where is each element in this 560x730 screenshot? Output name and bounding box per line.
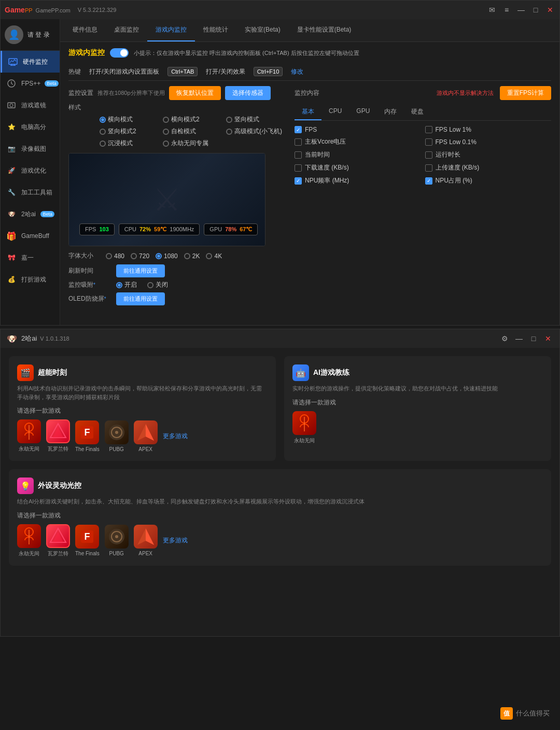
tab-hardware-info[interactable]: 硬件信息 (64, 19, 106, 41)
attach-off[interactable]: 关闭 (147, 280, 168, 289)
fps-low01-checkbox[interactable] (425, 138, 432, 146)
style-horizontal2[interactable]: 横向模式2 (163, 115, 223, 124)
fps-checkbox[interactable]: ✓ (295, 126, 302, 133)
style-vertical2[interactable]: 竖向模式2 (100, 127, 160, 136)
tab-ingame-monitor[interactable]: 游戏内监控 (147, 19, 195, 41)
check-runtime[interactable]: 运行时长 (425, 150, 552, 159)
oled-goto-btn[interactable]: 前往通用设置 (116, 292, 165, 305)
moments-game-pubg[interactable]: PUBG (105, 420, 129, 452)
check-fps-low01[interactable]: FPS Low 0.1% (425, 137, 552, 146)
style-yongjie[interactable]: 永劫无间专属 (163, 139, 223, 148)
check-upload[interactable]: 上传速度 (KB/s) (425, 163, 552, 172)
select-sensor-btn[interactable]: 选择传感器 (225, 86, 271, 100)
refresh-goto-btn[interactable]: 前往通用设置 (116, 264, 165, 277)
time-checkbox[interactable] (295, 151, 302, 159)
sidebar-item-hardware-monitor[interactable]: 硬件监控 (1, 51, 60, 73)
sidebar-item-game-mirror[interactable]: 游戏遮镜 (1, 94, 60, 116)
npu-freq-checkbox[interactable]: ✓ (295, 177, 302, 185)
sidebar-item-pc-score[interactable]: ⭐ 电脑高分 (1, 116, 60, 138)
moments-more-games[interactable]: 更多游戏 (163, 432, 188, 441)
content-tab-disk[interactable]: 硬盘 (404, 104, 431, 120)
style-horizontal2-label: 横向模式2 (171, 115, 200, 124)
font-480[interactable]: 480 (106, 252, 124, 260)
font-720[interactable]: 720 (131, 252, 149, 260)
light-game-pubg[interactable]: PUBG (105, 525, 129, 556)
sidebar-item-jiayi[interactable]: 🎀 嘉一 (1, 247, 60, 269)
vcore-checkbox[interactable] (295, 138, 302, 146)
check-time[interactable]: 当前时间 (295, 150, 421, 159)
tab-lab[interactable]: 实验室(Beta) (236, 19, 289, 41)
tab-gpu-settings[interactable]: 显卡性能设置(Beta) (289, 19, 360, 41)
monitor-toggle[interactable] (110, 48, 129, 58)
font-2k[interactable]: 2K (184, 252, 200, 260)
content-tab-basic[interactable]: 基本 (295, 104, 321, 120)
style-horizontal-radio (100, 117, 106, 123)
mail-icon[interactable]: ✉ (487, 5, 497, 15)
fps-low1-checkbox[interactable] (425, 126, 432, 133)
attach-on[interactable]: 开启 (116, 280, 137, 289)
moments-game-naraka[interactable]: 永劫无间 (17, 419, 41, 453)
light-game-finals[interactable]: F The Finals (75, 525, 100, 556)
light-game-apex[interactable]: APEX (134, 525, 158, 556)
font-1080[interactable]: 1080 (156, 252, 178, 260)
check-fps[interactable]: ✓ FPS (295, 126, 421, 133)
no-display-link[interactable]: 游戏内不显示解决方法 (437, 89, 494, 97)
light-game-valorant[interactable]: 瓦罗兰特 (46, 524, 70, 557)
svg-text:F: F (85, 531, 90, 542)
moments-game-valorant[interactable]: 瓦罗兰特 (46, 419, 70, 453)
check-npu-freq[interactable]: ✓ NPU频率 (MHz) (295, 176, 421, 185)
minimize-icon[interactable]: — (516, 5, 526, 15)
pc-score-icon: ⭐ (6, 121, 17, 133)
check-fps-low1[interactable]: FPS Low 1% (425, 126, 552, 133)
sidebar-item-game-optimize[interactable]: 🚀 游戏优化 (1, 160, 60, 181)
style-selfcheck[interactable]: 自检模式 (163, 127, 223, 136)
user-login-label[interactable]: 请 登 录 (27, 31, 50, 39)
light-more-games[interactable]: 更多游戏 (163, 536, 188, 545)
light-game-naraka[interactable]: 永劫无间 (17, 524, 41, 557)
haai-minimize-icon[interactable]: — (514, 333, 524, 344)
style-immersive[interactable]: 沉浸模式 (100, 139, 160, 148)
moments-game-apex[interactable]: APEX (134, 420, 158, 452)
hotkey-edit-link[interactable]: 修改 (291, 67, 303, 76)
sidebar-item-fps[interactable]: FPS++ Beta (1, 73, 60, 94)
tab-desktop-monitor[interactable]: 桌面监控 (106, 19, 147, 41)
haai-maximize-icon[interactable]: □ (528, 333, 539, 344)
oled-row: OLED防烧屏* 前往通用设置 (68, 292, 286, 305)
ai-coach-game-naraka[interactable]: 永劫无间 (292, 411, 316, 444)
attach-row: 监控吸附* 开启 关闭 (68, 280, 286, 289)
sidebar-item-toolbox[interactable]: 🔧 加工工具箱 (1, 181, 60, 203)
sidebar-item-gamebuff-label: GameBuff (21, 232, 49, 240)
menu-icon[interactable]: ≡ (501, 5, 512, 15)
style-vertical[interactable]: 竖向模式 (226, 115, 286, 124)
sidebar-item-gamebuff[interactable]: 🎁 GameBuff (1, 225, 60, 247)
download-checkbox[interactable] (295, 164, 302, 172)
gamepp-logo-text: GamePP (5, 6, 33, 14)
restore-default-btn[interactable]: 恢复默认位置 (169, 86, 221, 100)
check-vcore[interactable]: 主板Vcore电压 (295, 137, 421, 146)
content-tab-memory[interactable]: 内存 (377, 104, 404, 120)
style-horizontal[interactable]: 横向模式 (100, 115, 160, 124)
svg-marker-7 (53, 427, 63, 438)
content-tab-cpu[interactable]: CPU (321, 104, 349, 120)
style-advanced[interactable]: 高级模式(小飞机) (226, 127, 286, 136)
settings-icon[interactable]: ⚙ (499, 333, 510, 344)
runtime-checkbox[interactable] (425, 151, 432, 159)
reset-fps-btn[interactable]: 重置FPS计算 (500, 86, 551, 100)
check-download[interactable]: 下载速度 (KB/s) (295, 163, 421, 172)
sidebar-item-discount[interactable]: 💰 打折游戏 (1, 269, 60, 290)
sidebar-item-screenshot[interactable]: 📷 录像截图 (1, 138, 60, 160)
check-npu-usage[interactable]: ✓ NPU占用 (%) (425, 176, 552, 185)
ai-naraka-icon (292, 411, 316, 435)
sidebar-item-hardware-monitor-label: 硬件监控 (23, 58, 48, 66)
npu-usage-checkbox[interactable]: ✓ (425, 177, 432, 185)
tab-perf-stats[interactable]: 性能统计 (195, 19, 236, 41)
maximize-icon[interactable]: □ (530, 5, 541, 15)
moments-game-finals[interactable]: F The Finals (75, 420, 100, 452)
sidebar-item-haai[interactable]: 🐶 2哈ai Beta (1, 203, 60, 225)
haai-close-icon[interactable]: ✕ (543, 333, 553, 344)
content-tab-gpu[interactable]: GPU (349, 104, 377, 120)
style-horizontal2-radio (163, 117, 169, 123)
font-4k[interactable]: 4K (206, 252, 222, 260)
upload-checkbox[interactable] (425, 164, 432, 172)
close-icon[interactable]: ✕ (545, 5, 555, 15)
